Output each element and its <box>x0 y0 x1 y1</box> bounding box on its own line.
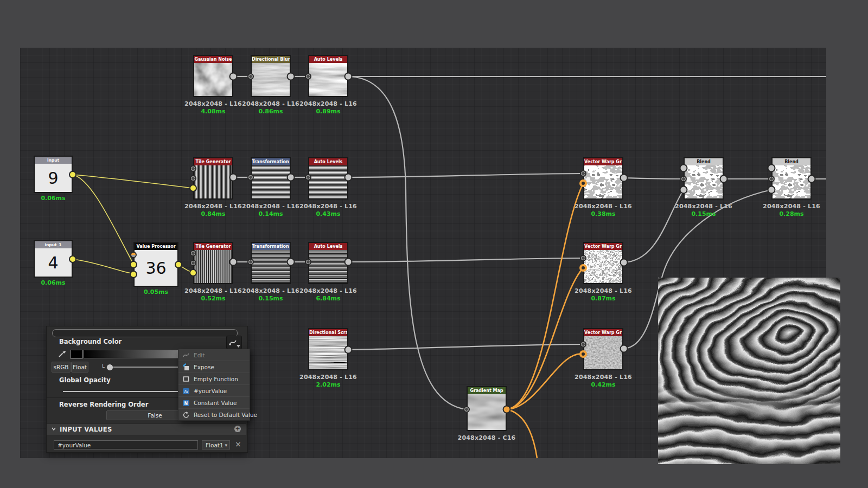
node-title: input <box>35 157 72 164</box>
menu-item-label: #yourValue <box>194 388 227 394</box>
output-socket[interactable] <box>344 73 353 81</box>
node-input-1[interactable]: input_1 4 0.06ms <box>34 240 73 278</box>
value-output-socket[interactable] <box>175 261 182 268</box>
remove-input-value-icon[interactable]: × <box>235 440 241 448</box>
node-tile-generator[interactable]: Tile Generator 2048x2048 - L16 0.84ms <box>193 157 233 200</box>
node-time-label: 0.14ms <box>258 210 283 217</box>
node-time-label: 0.38ms <box>591 210 615 217</box>
output-socket[interactable] <box>287 73 295 81</box>
node-thumbnail <box>685 165 723 198</box>
output-socket[interactable] <box>720 175 728 183</box>
input-socket[interactable] <box>768 176 775 182</box>
node-auto-levels[interactable]: Auto Levels 2048x2048 - L16 6.84ms <box>308 242 348 284</box>
input-socket[interactable] <box>680 186 688 194</box>
node-transformation-2d[interactable]: Transformation 2D 2048x2048 - L16 0.15ms <box>251 242 291 284</box>
output-socket[interactable] <box>229 73 238 81</box>
value-output-socket[interactable] <box>69 255 76 263</box>
2d-view-preview[interactable] <box>658 278 840 464</box>
node-tile-generator[interactable]: Tile Generator 2048x2048 - L16 0.52ms <box>193 242 233 284</box>
output-socket[interactable] <box>287 174 295 182</box>
menu-item-expose[interactable]: Expose <box>178 361 250 373</box>
function-menu-button[interactable] <box>226 336 242 349</box>
node-thumbnail <box>309 63 347 96</box>
value-input-socket[interactable] <box>189 184 197 192</box>
input-socket[interactable] <box>580 255 586 261</box>
node-value: 4 <box>35 248 72 277</box>
menu-item-edit[interactable]: Edit <box>178 349 250 361</box>
value-input-socket[interactable] <box>130 261 137 268</box>
node-directional-blur[interactable]: Directional Blur 2048x2048 - L16 0.86ms <box>251 55 291 97</box>
gradient-output-socket[interactable] <box>503 406 511 414</box>
value-input-socket[interactable] <box>130 271 137 278</box>
menu-item-reset-default[interactable]: Reset to Default Value <box>178 408 250 420</box>
input-socket[interactable] <box>247 73 254 80</box>
input-socket[interactable] <box>190 250 196 256</box>
color-swatch[interactable] <box>71 350 82 359</box>
node-vector-warp-grayscale[interactable]: Vector Warp Grayscale 2048x2048 - L16 0.… <box>583 328 623 370</box>
output-socket[interactable] <box>620 174 628 182</box>
float-button[interactable]: Float <box>71 362 88 373</box>
input-socket[interactable] <box>580 341 586 348</box>
node-auto-levels[interactable]: Auto Levels 2048x2048 - L16 0.89ms <box>308 55 348 97</box>
output-socket[interactable] <box>344 346 353 354</box>
input-socket[interactable] <box>247 174 254 181</box>
gradient-input-socket[interactable] <box>579 179 587 187</box>
node-size-label: 2048x2048 - L16 <box>299 374 357 381</box>
input-socket[interactable] <box>247 259 254 265</box>
input-socket[interactable] <box>680 164 688 172</box>
input-socket[interactable] <box>768 186 776 194</box>
node-vector-warp-grayscale[interactable]: Vector Warp Grayscale 2048x2048 - L16 0.… <box>583 242 623 284</box>
srgb-button[interactable]: sRGB <box>52 362 71 373</box>
output-socket[interactable] <box>808 175 816 183</box>
output-socket[interactable] <box>287 258 295 266</box>
menu-item-empty-function[interactable]: Empty Function <box>178 373 250 384</box>
node-blend[interactable]: Blend 2048x2048 - L16 0.15ms <box>684 157 724 200</box>
node-size-label: 2048x2048 - L16 <box>575 287 632 294</box>
menu-item-label: Constant Value <box>194 400 237 406</box>
input-socket[interactable] <box>190 175 196 182</box>
chevron-down-icon[interactable] <box>52 427 56 431</box>
menu-item-yourvalue[interactable]: fx #yourValue <box>178 384 250 396</box>
gradient-input-socket[interactable] <box>579 350 587 358</box>
input-socket[interactable] <box>463 406 470 413</box>
input-socket[interactable] <box>580 170 586 177</box>
your-value-field[interactable]: #yourValue <box>54 440 198 450</box>
input-socket[interactable] <box>130 252 137 258</box>
value-output-socket[interactable] <box>69 171 76 178</box>
node-transformation-2d[interactable]: Transformation 2D 2048x2048 - L16 0.14ms <box>251 157 291 200</box>
node-time-label: 4.08ms <box>201 108 225 115</box>
node-vector-warp-grayscale[interactable]: Vector Warp Grayscale 2048x2048 - L16 0.… <box>583 157 623 200</box>
node-title: Auto Levels <box>309 56 347 63</box>
add-input-value-icon[interactable]: + <box>234 426 241 432</box>
value-input-socket[interactable] <box>189 269 197 277</box>
input-socket[interactable] <box>190 260 196 266</box>
output-socket[interactable] <box>620 259 628 267</box>
input-socket[interactable] <box>305 73 311 80</box>
truncated-input[interactable] <box>52 329 238 337</box>
output-socket[interactable] <box>344 174 353 182</box>
node-auto-levels[interactable]: Auto Levels 2048x2048 - L16 0.43ms <box>308 157 348 200</box>
node-blend[interactable]: Blend 2048x2048 - L16 0.28ms <box>771 157 812 200</box>
output-socket[interactable] <box>229 174 238 182</box>
input-socket[interactable] <box>305 174 311 181</box>
l-slider-knob[interactable] <box>106 364 113 371</box>
output-socket[interactable] <box>344 258 353 266</box>
gradient-input-socket[interactable] <box>579 264 587 272</box>
type-dropdown[interactable]: Float1▾ <box>202 440 230 450</box>
node-time-label: 0.42ms <box>591 381 615 388</box>
output-socket[interactable] <box>229 258 238 266</box>
node-value-processor[interactable]: Value Processor 36 0.05ms <box>133 242 178 287</box>
input-socket[interactable] <box>190 165 196 172</box>
input-socket[interactable] <box>305 259 311 265</box>
node-directional-scratches[interactable]: Directional Scratches 2048x2048 - L16 2.… <box>308 328 348 370</box>
output-socket[interactable] <box>620 345 628 353</box>
eyedropper-icon[interactable] <box>58 350 66 358</box>
menu-item-constant-value[interactable]: N Constant Value <box>178 396 250 408</box>
input-socket[interactable] <box>680 176 687 182</box>
node-input[interactable]: input 9 0.06ms <box>34 156 73 193</box>
input-socket[interactable] <box>768 164 776 172</box>
node-gaussian-noise[interactable]: Gaussian Noise 2048x2048 - L16 4.08ms <box>193 55 233 97</box>
node-gradient-map[interactable]: Gradient Map 2048x2048 - C16 <box>467 386 507 431</box>
node-size-label: 2048x2048 - L16 <box>242 287 299 294</box>
node-thumbnail <box>252 165 290 198</box>
